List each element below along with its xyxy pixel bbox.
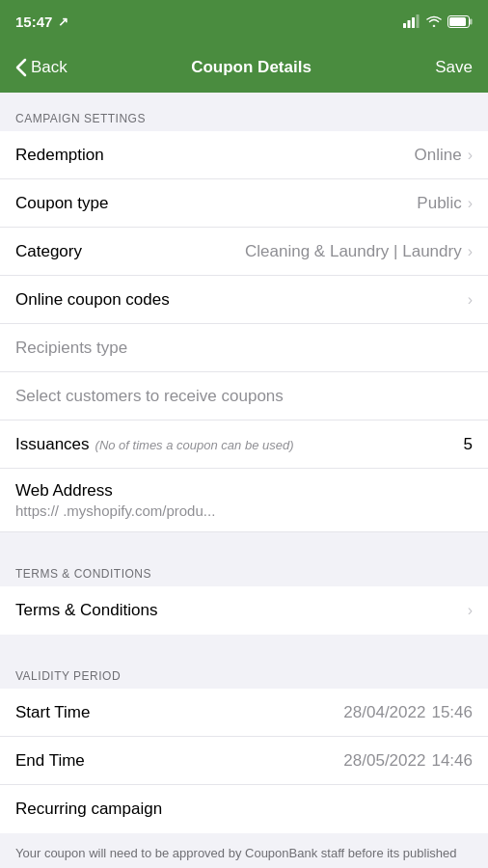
redemption-label: Redemption — [15, 146, 104, 165]
category-label: Category — [15, 242, 82, 261]
end-time-label: End Time — [15, 751, 85, 771]
end-time-date: 28/05/2022 — [343, 751, 425, 771]
signal-icon — [403, 14, 420, 28]
status-bar: 15:47 ↗ — [0, 0, 488, 42]
issuances-info: (No of times a coupon can be used) — [95, 438, 294, 452]
time-display: 15:47 — [15, 14, 52, 30]
issuances-row[interactable]: Issuances (No of times a coupon can be u… — [0, 420, 488, 469]
terms-conditions-header: TERMS & CONDITIONS — [0, 559, 488, 586]
back-label: Back — [31, 58, 68, 77]
redemption-chevron-icon: › — [468, 147, 473, 164]
issuances-label: Issuances — [15, 435, 90, 454]
campaign-settings-header: CAMPAIGN SETTINGS — [0, 104, 488, 131]
status-bar-right — [403, 14, 473, 28]
terms-conditions-group: Terms & Conditions › — [0, 586, 488, 635]
start-time-date: 28/04/2022 — [343, 703, 425, 722]
terms-conditions-label: Terms & Conditions — [15, 601, 157, 620]
category-chevron-icon: › — [468, 243, 473, 260]
online-coupon-codes-row[interactable]: Online coupon codes › — [0, 276, 488, 324]
select-customers-row[interactable]: Select customers to receive coupons — [0, 372, 488, 420]
validity-period-group: Start Time 28/04/2022 15:46 End Time 28/… — [0, 689, 488, 833]
svg-rect-2 — [412, 17, 415, 28]
back-button[interactable]: Back — [15, 58, 68, 77]
issuances-count: 5 — [464, 435, 473, 454]
redemption-value: Online — [415, 146, 462, 165]
status-bar-left: 15:47 ↗ — [15, 14, 68, 30]
svg-rect-0 — [403, 23, 406, 28]
start-time-time: 15:46 — [431, 703, 473, 722]
terms-conditions-row[interactable]: Terms & Conditions › — [0, 586, 488, 635]
issuances-left: Issuances (No of times a coupon can be u… — [15, 435, 294, 454]
content-area: CAMPAIGN SETTINGS Redemption Online › Co… — [0, 93, 488, 868]
validity-period-header: VALIDITY PERIOD — [0, 662, 488, 689]
category-value-group: Cleaning & Laundry | Laundry › — [245, 242, 473, 261]
coupon-type-value: Public — [417, 194, 461, 213]
category-row[interactable]: Category Cleaning & Laundry | Laundry › — [0, 228, 488, 276]
location-icon: ↗ — [58, 14, 68, 29]
terms-conditions-chevron-group: › — [468, 602, 473, 619]
coupon-type-label: Coupon type — [15, 194, 108, 213]
footer-note: Your coupon will need to be approved by … — [0, 833, 488, 868]
save-button[interactable]: Save — [435, 58, 473, 77]
svg-rect-5 — [449, 17, 466, 26]
end-time-time: 14:46 — [431, 751, 473, 771]
web-address-row[interactable]: Web Address https:// .myshopify.com/prod… — [0, 469, 488, 532]
select-customers-label: Select customers to receive coupons — [15, 387, 284, 406]
redemption-row[interactable]: Redemption Online › — [0, 131, 488, 179]
svg-rect-1 — [408, 20, 411, 28]
section-spacer-2 — [0, 635, 488, 662]
page-title: Coupon Details — [191, 58, 312, 77]
end-time-value-group: 28/05/2022 14:46 — [343, 751, 473, 771]
coupon-type-row[interactable]: Coupon type Public › — [0, 179, 488, 228]
coupon-type-chevron-icon: › — [468, 195, 473, 212]
online-coupon-codes-label: Online coupon codes — [15, 290, 170, 310]
recipients-type-label: Recipients type — [15, 339, 127, 358]
campaign-settings-group: Redemption Online › Coupon type Public ›… — [0, 131, 488, 532]
redemption-value-group: Online › — [415, 146, 473, 165]
coupon-type-value-group: Public › — [417, 194, 473, 213]
nav-bar: Back Coupon Details Save — [0, 42, 488, 93]
svg-rect-3 — [417, 14, 420, 28]
online-coupon-codes-chevron-icon: › — [468, 291, 473, 309]
web-address-label: Web Address — [15, 481, 473, 501]
recipients-type-row[interactable]: Recipients type — [0, 324, 488, 372]
recurring-campaign-row[interactable]: Recurring campaign — [0, 785, 488, 833]
online-coupon-codes-chevron-group: › — [468, 291, 473, 309]
category-value: Cleaning & Laundry | Laundry — [245, 242, 462, 261]
back-chevron-icon — [15, 58, 27, 77]
svg-rect-6 — [470, 18, 473, 24]
battery-icon — [447, 15, 473, 28]
wifi-icon — [426, 15, 442, 27]
end-time-row[interactable]: End Time 28/05/2022 14:46 — [0, 737, 488, 785]
start-time-row[interactable]: Start Time 28/04/2022 15:46 — [0, 689, 488, 737]
start-time-label: Start Time — [15, 703, 90, 722]
section-spacer-1 — [0, 532, 488, 559]
web-address-url: https:// .myshopify.com/produ... — [15, 502, 473, 519]
start-time-value-group: 28/04/2022 15:46 — [343, 703, 473, 722]
terms-conditions-chevron-icon: › — [468, 602, 473, 619]
recurring-campaign-label: Recurring campaign — [15, 800, 162, 819]
